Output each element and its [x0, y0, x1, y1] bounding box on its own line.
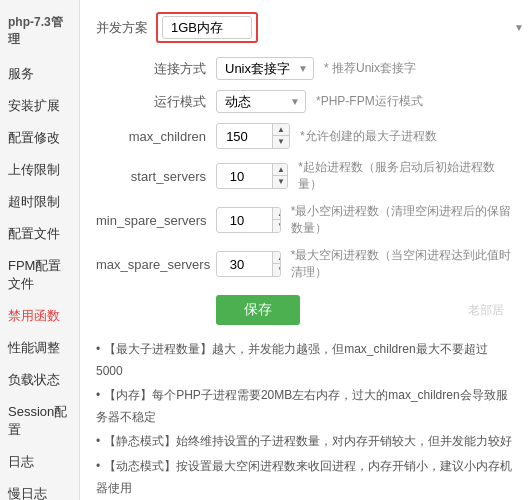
start-servers-input[interactable] [217, 166, 272, 187]
connection-select-wrapper: Unix套接字TCP ▼ [216, 57, 314, 80]
max-spare-up-btn[interactable]: ▲ [273, 252, 281, 264]
max-spare-control: ▲ ▼ *最大空闲进程数（当空闲进程达到此值时清理） [216, 247, 514, 281]
note-item: 【动态模式】按设置最大空闲进程数来收回进程，内存开销小，建议小内存机器使用 [96, 456, 514, 499]
scheme-arrow-icon: ▼ [514, 22, 524, 33]
run-mode-select-wrapper: 动态静态按需 ▼ [216, 90, 306, 113]
max-children-up-btn[interactable]: ▲ [273, 124, 289, 136]
note-item: 【最大子进程数量】越大，并发能力越强，但max_children最大不要超过50… [96, 339, 514, 382]
scheme-row: 并发方案 1GB内存2GB内存4GB内存8GB内存 ▼ [96, 12, 514, 43]
sidebar-item-slowlog[interactable]: 慢日志 [0, 478, 79, 500]
max-children-row: max_children ▲ ▼ *允许创建的最大子进程数 [96, 123, 514, 149]
save-button[interactable]: 保存 [216, 295, 300, 325]
max-spare-label: max_spare_servers [96, 257, 216, 272]
connection-select[interactable]: Unix套接字TCP [216, 57, 314, 80]
sidebar-item-config[interactable]: 配置修改 [0, 122, 79, 154]
connection-label: 连接方式 [96, 60, 216, 78]
max-children-input[interactable] [217, 126, 272, 147]
min-spare-hint: *最小空闲进程数（清理空闲进程后的保留数量） [291, 203, 514, 237]
sidebar-item-perftune[interactable]: 性能调整 [0, 332, 79, 364]
run-mode-select[interactable]: 动态静态按需 [216, 90, 306, 113]
run-mode-label: 运行模式 [96, 93, 216, 111]
watermark: 老部居 [468, 302, 504, 319]
sidebar-title: php-7.3管理 [0, 8, 79, 58]
min-spare-input[interactable] [217, 210, 272, 231]
sidebar-item-log[interactable]: 日志 [0, 446, 79, 478]
start-servers-label: start_servers [96, 169, 216, 184]
scheme-select[interactable]: 1GB内存2GB内存4GB内存8GB内存 [162, 16, 252, 39]
sidebar-item-fpmconfig[interactable]: FPM配置文件 [0, 250, 79, 300]
max-spare-input-wrap: ▲ ▼ [216, 251, 281, 277]
min-spare-control: ▲ ▼ *最小空闲进程数（清理空闲进程后的保留数量） [216, 203, 514, 237]
min-spare-down-btn[interactable]: ▼ [273, 220, 281, 232]
min-spare-row: min_spare_servers ▲ ▼ *最小空闲进程数（清理空闲进程后的保… [96, 203, 514, 237]
start-servers-spinners: ▲ ▼ [272, 164, 288, 188]
connection-hint: * 推荐Unix套接字 [324, 60, 416, 77]
run-mode-hint: *PHP-FPM运行模式 [316, 93, 423, 110]
scheme-box: 1GB内存2GB内存4GB内存8GB内存 ▼ [156, 12, 258, 43]
start-servers-input-wrap: ▲ ▼ [216, 163, 288, 189]
note-item: 【内存】每个PHP子进程需要20MB左右内存，过大的max_children会导… [96, 385, 514, 428]
start-servers-hint: *起始进程数（服务启动后初始进程数量） [298, 159, 514, 193]
sidebar-item-service[interactable]: 服务 [0, 58, 79, 90]
run-mode-control: 动态静态按需 ▼ *PHP-FPM运行模式 [216, 90, 423, 113]
start-servers-row: start_servers ▲ ▼ *起始进程数（服务启动后初始进程数量） [96, 159, 514, 193]
max-spare-input[interactable] [217, 254, 272, 275]
max-spare-spinners: ▲ ▼ [272, 252, 281, 276]
sidebar-item-timeout[interactable]: 超时限制 [0, 186, 79, 218]
start-servers-up-btn[interactable]: ▲ [273, 164, 288, 176]
sidebar: php-7.3管理 服务安装扩展配置修改上传限制超时限制配置文件FPM配置文件禁… [0, 0, 80, 500]
max-children-down-btn[interactable]: ▼ [273, 136, 289, 148]
max-children-input-wrap: ▲ ▼ [216, 123, 290, 149]
min-spare-up-btn[interactable]: ▲ [273, 208, 281, 220]
connection-row: 连接方式 Unix套接字TCP ▼ * 推荐Unix套接字 [96, 57, 514, 80]
sidebar-item-install[interactable]: 安装扩展 [0, 90, 79, 122]
save-row: 保存 老部居 [96, 295, 514, 325]
sidebar-item-upload[interactable]: 上传限制 [0, 154, 79, 186]
sidebar-item-session[interactable]: Session配置 [0, 396, 79, 446]
min-spare-spinners: ▲ ▼ [272, 208, 281, 232]
min-spare-label: min_spare_servers [96, 213, 216, 228]
notes-section: 【最大子进程数量】越大，并发能力越强，但max_children最大不要超过50… [96, 339, 514, 500]
max-children-label: max_children [96, 129, 216, 144]
start-servers-down-btn[interactable]: ▼ [273, 176, 288, 188]
connection-control: Unix套接字TCP ▼ * 推荐Unix套接字 [216, 57, 416, 80]
main-content: 并发方案 1GB内存2GB内存4GB内存8GB内存 ▼ 连接方式 Unix套接字… [80, 0, 530, 500]
scheme-label: 并发方案 [96, 19, 148, 37]
max-spare-row: max_spare_servers ▲ ▼ *最大空闲进程数（当空闲进程达到此值… [96, 247, 514, 281]
sidebar-item-loadstate[interactable]: 负载状态 [0, 364, 79, 396]
sidebar-item-configfile[interactable]: 配置文件 [0, 218, 79, 250]
max-children-hint: *允许创建的最大子进程数 [300, 128, 437, 145]
max-spare-down-btn[interactable]: ▼ [273, 264, 281, 276]
run-mode-row: 运行模式 动态静态按需 ▼ *PHP-FPM运行模式 [96, 90, 514, 113]
max-spare-hint: *最大空闲进程数（当空闲进程达到此值时清理） [291, 247, 514, 281]
start-servers-control: ▲ ▼ *起始进程数（服务启动后初始进程数量） [216, 159, 514, 193]
sidebar-item-banfunc[interactable]: 禁用函数 [0, 300, 79, 332]
max-children-control: ▲ ▼ *允许创建的最大子进程数 [216, 123, 437, 149]
note-item: 【静态模式】始终维持设置的子进程数量，对内存开销较大，但并发能力较好 [96, 431, 514, 453]
max-children-spinners: ▲ ▼ [272, 124, 289, 148]
min-spare-input-wrap: ▲ ▼ [216, 207, 281, 233]
